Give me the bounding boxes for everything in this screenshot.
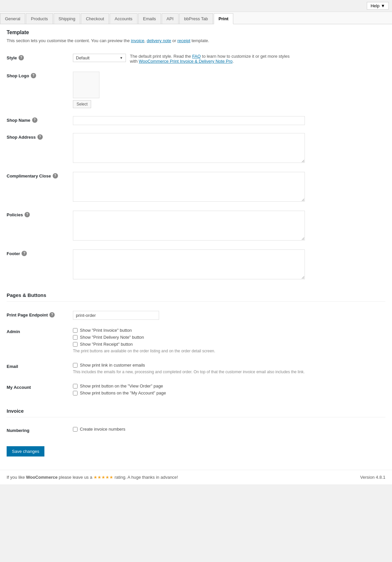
tab-general[interactable]: General bbox=[0, 13, 25, 24]
tab-checkout[interactable]: Checkout bbox=[81, 13, 109, 24]
print-page-endpoint-input[interactable] bbox=[73, 311, 159, 320]
pages-buttons-divider bbox=[7, 301, 385, 302]
admin-row: Admin Show "Print Invoice" button Show "… bbox=[7, 324, 385, 359]
tab-api[interactable]: API bbox=[162, 13, 179, 24]
shop-address-row: Shop Address ? bbox=[7, 129, 385, 168]
main-content: Template This section lets you customise… bbox=[0, 24, 392, 470]
my-account-checkbox-row-1: Show print buttons on the "My Account" p… bbox=[73, 390, 385, 395]
shop-address-label: Shop Address bbox=[7, 135, 36, 140]
tab-emails[interactable]: Emails bbox=[138, 13, 161, 24]
email-checkbox-row-0: Show print link in customer emails bbox=[73, 363, 385, 368]
invoice-divider bbox=[7, 417, 385, 417]
tab-bbpress[interactable]: bbPress Tab bbox=[179, 13, 213, 24]
print-page-endpoint-label-row: Print Page Endpoint ? bbox=[7, 312, 70, 317]
my-account-checkbox-row-0: Show print button on the "View Order" pa… bbox=[73, 384, 385, 388]
pages-buttons-title: Pages & Buttons bbox=[7, 292, 385, 298]
style-dropdown-value: Default bbox=[76, 55, 89, 60]
pages-buttons-form-table: Print Page Endpoint ? Admin Show "Print … bbox=[7, 307, 385, 401]
email-checkbox-0[interactable] bbox=[73, 363, 78, 368]
footer-row: Footer ? bbox=[7, 246, 385, 284]
save-changes-button[interactable]: Save changes bbox=[7, 446, 44, 457]
template-desc-suffix: template. bbox=[190, 38, 209, 43]
numbering-checkbox-0[interactable] bbox=[73, 427, 78, 432]
faq-link[interactable]: FAQ bbox=[192, 54, 201, 59]
admin-checkbox-row-2: Show "Print Receipt" button bbox=[73, 342, 385, 347]
footer-help-icon[interactable]: ? bbox=[22, 251, 27, 256]
footer-textarea[interactable] bbox=[73, 249, 305, 279]
shop-address-textarea[interactable] bbox=[73, 133, 305, 163]
select-logo-button[interactable]: Select bbox=[73, 100, 91, 108]
footer-bar: If you like WooCommerce please leave us … bbox=[0, 470, 392, 484]
shop-address-help-icon[interactable]: ? bbox=[37, 134, 43, 140]
policies-label: Policies bbox=[7, 212, 23, 217]
shop-name-input[interactable] bbox=[73, 116, 305, 125]
template-desc-prefix: This section lets you customise the cont… bbox=[7, 38, 131, 43]
tab-print[interactable]: Print bbox=[214, 13, 234, 24]
pro-link[interactable]: WooCommerce Print Invoice & Delivery Not… bbox=[139, 59, 233, 64]
admin-checkbox-0[interactable] bbox=[73, 328, 78, 333]
email-info-text: This includes the emails for a new, proc… bbox=[73, 370, 385, 374]
email-checkbox-label-0: Show print link in customer emails bbox=[80, 363, 145, 368]
style-select-row: Default ▼ The default print style. Read … bbox=[73, 54, 385, 64]
print-page-endpoint-help-icon[interactable]: ? bbox=[49, 312, 55, 317]
tab-accounts[interactable]: Accounts bbox=[110, 13, 137, 24]
chevron-down-icon: ▼ bbox=[120, 56, 123, 60]
admin-info-text: The print buttons are available on the o… bbox=[73, 349, 385, 353]
rating-stars: ★★★★★ bbox=[93, 475, 113, 480]
policies-label-row: Policies ? bbox=[7, 212, 70, 217]
shop-logo-help-icon[interactable]: ? bbox=[31, 73, 36, 78]
numbering-row: Numbering Create invoice numbers bbox=[7, 423, 385, 438]
tab-products[interactable]: Products bbox=[26, 13, 53, 24]
shop-name-row: Shop Name ? bbox=[7, 112, 385, 129]
shop-name-help-icon[interactable]: ? bbox=[32, 117, 37, 123]
policies-textarea[interactable] bbox=[73, 211, 305, 241]
tabs-bar: General Products Shipping Checkout Accou… bbox=[0, 12, 392, 24]
style-description: The default print style. Read the FAQ to… bbox=[130, 54, 296, 64]
shop-name-label: Shop Name bbox=[7, 118, 30, 123]
admin-checkbox-label-0: Show "Print Invoice" button bbox=[80, 328, 132, 333]
complimentary-close-help-icon[interactable]: ? bbox=[53, 173, 58, 178]
complimentary-close-textarea[interactable] bbox=[73, 172, 305, 202]
footer-left: If you like WooCommerce please leave us … bbox=[7, 475, 178, 480]
my-account-checkbox-1[interactable] bbox=[73, 391, 78, 395]
footer-label-row: Footer ? bbox=[7, 251, 70, 256]
shop-logo-label: Shop Logo bbox=[7, 73, 29, 78]
template-form-table: Style ? Default ▼ The default print styl… bbox=[7, 50, 385, 284]
style-help-icon[interactable]: ? bbox=[19, 55, 24, 60]
policies-help-icon[interactable]: ? bbox=[25, 212, 30, 217]
invoice-link[interactable]: invoice bbox=[131, 38, 144, 43]
admin-checkbox-row-0: Show "Print Invoice" button bbox=[73, 328, 385, 333]
shop-address-label-row: Shop Address ? bbox=[7, 134, 70, 140]
delivery-note-link[interactable]: delivery note bbox=[147, 38, 171, 43]
footer-label: Footer bbox=[7, 251, 20, 256]
admin-checkbox-label-1: Show "Print Delivery Note" button bbox=[80, 335, 144, 340]
admin-checkbox-1[interactable] bbox=[73, 335, 78, 340]
admin-checkbox-2[interactable] bbox=[73, 342, 78, 347]
invoice-form-table: Numbering Create invoice numbers bbox=[7, 423, 385, 438]
style-label: Style bbox=[7, 55, 17, 60]
receipt-link[interactable]: receipt bbox=[177, 38, 190, 43]
template-section-desc: This section lets you customise the cont… bbox=[7, 38, 385, 43]
email-label: Email bbox=[7, 364, 18, 369]
complimentary-close-label-row: Complimentary Close ? bbox=[7, 173, 70, 178]
version-label: Version 4.8.1 bbox=[360, 475, 385, 480]
complimentary-close-label: Complimentary Close bbox=[7, 174, 51, 178]
woocommerce-brand: WooCommerce bbox=[26, 475, 58, 480]
shop-logo-label-row: Shop Logo ? bbox=[7, 73, 70, 78]
numbering-checkbox-row-0: Create invoice numbers bbox=[73, 427, 385, 432]
my-account-checkbox-label-0: Show print button on the "View Order" pa… bbox=[80, 384, 163, 388]
invoice-title: Invoice bbox=[7, 408, 385, 414]
policies-row: Policies ? bbox=[7, 207, 385, 246]
email-row: Email Show print link in customer emails… bbox=[7, 359, 385, 380]
print-page-endpoint-row: Print Page Endpoint ? bbox=[7, 307, 385, 324]
tab-shipping[interactable]: Shipping bbox=[54, 13, 81, 24]
style-dropdown[interactable]: Default ▼ bbox=[73, 54, 126, 62]
top-bar: Help ▼ bbox=[0, 0, 392, 12]
my-account-checkbox-0[interactable] bbox=[73, 384, 78, 388]
logo-preview-box bbox=[73, 72, 99, 98]
numbering-checkbox-label-0: Create invoice numbers bbox=[80, 427, 125, 432]
help-button[interactable]: Help ▼ bbox=[367, 2, 389, 10]
shop-name-label-row: Shop Name ? bbox=[7, 117, 70, 123]
help-arrow: ▼ bbox=[381, 3, 385, 8]
admin-checkbox-label-2: Show "Print Receipt" button bbox=[80, 342, 133, 347]
